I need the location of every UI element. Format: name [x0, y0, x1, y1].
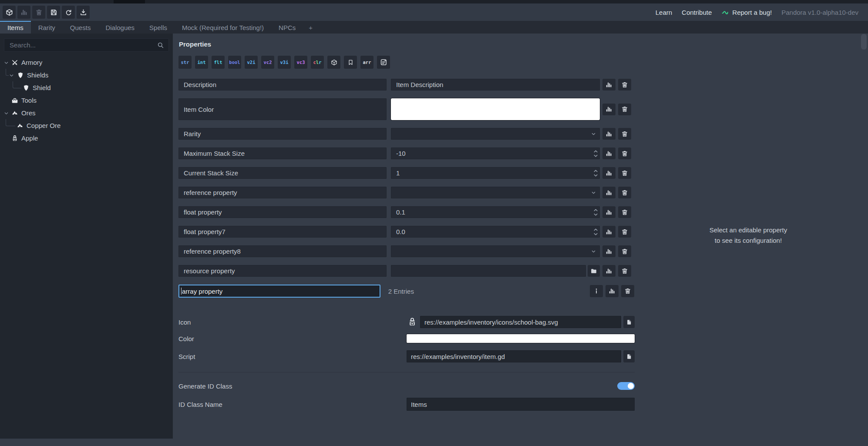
- property-value-spinbox[interactable]: 0.1: [391, 206, 600, 218]
- contribute-link[interactable]: Contribute: [682, 9, 712, 16]
- property-value-spinbox[interactable]: 0.0: [391, 226, 600, 238]
- delete-property-button[interactable]: [618, 128, 631, 140]
- property-stats-button[interactable]: [606, 285, 619, 297]
- add-int-property-button[interactable]: int: [195, 56, 208, 69]
- delete-property-button[interactable]: [618, 148, 631, 159]
- spinbox-arrows[interactable]: [593, 208, 598, 216]
- property-stats-button[interactable]: [602, 128, 616, 140]
- property-name-input[interactable]: array property: [178, 285, 380, 298]
- property-value-spinbox[interactable]: 1: [391, 167, 600, 179]
- add-v2i-property-button[interactable]: v2i: [245, 56, 258, 69]
- delete-property-button[interactable]: [621, 285, 634, 297]
- tab-quests[interactable]: Quests: [63, 21, 98, 34]
- property-stats-button[interactable]: [602, 187, 616, 198]
- property-name-input[interactable]: resource property: [178, 265, 387, 277]
- property-name-input[interactable]: reference property8: [178, 245, 387, 257]
- script-path-input[interactable]: res://examples/inventory/item.gd: [407, 350, 621, 362]
- chevron-down-icon[interactable]: [9, 73, 14, 78]
- search-input[interactable]: [9, 41, 157, 49]
- property-stats-button[interactable]: [602, 245, 616, 257]
- tab-items[interactable]: Items: [0, 21, 31, 34]
- property-stats-button[interactable]: [602, 148, 616, 159]
- entity-color-swatch[interactable]: [407, 334, 635, 343]
- property-value-input[interactable]: Item Description: [391, 79, 600, 91]
- pick-resource-button[interactable]: [588, 265, 600, 277]
- icon-file-picker-button[interactable]: [623, 316, 635, 328]
- import-button[interactable]: [77, 6, 90, 19]
- property-value-dropdown[interactable]: [391, 187, 600, 198]
- tab-spells[interactable]: Spells: [142, 21, 175, 34]
- delete-property-button[interactable]: [618, 187, 631, 198]
- tree-item-shield[interactable]: Shield: [0, 82, 173, 94]
- property-stats-button[interactable]: [602, 104, 616, 115]
- property-name-input[interactable]: reference property: [178, 187, 387, 198]
- property-value-dropdown[interactable]: [391, 128, 600, 140]
- property-value-dropdown[interactable]: [391, 245, 600, 257]
- tree-item-tools[interactable]: Tools: [0, 94, 173, 107]
- add-reference-type-property-button[interactable]: [327, 56, 340, 69]
- spinbox-arrows[interactable]: [593, 228, 598, 236]
- property-name-input[interactable]: Description: [178, 79, 387, 91]
- tree-item-shields[interactable]: Shields: [0, 69, 173, 82]
- save-button[interactable]: [47, 6, 60, 19]
- chevron-down-icon[interactable]: [3, 111, 9, 116]
- spinbox-arrows[interactable]: [593, 149, 598, 158]
- delete-button: [32, 6, 45, 19]
- property-stats-button[interactable]: [602, 226, 616, 238]
- property-value-input[interactable]: [391, 265, 586, 277]
- delete-property-button[interactable]: [618, 104, 631, 115]
- property-name-input[interactable]: Item Color: [178, 98, 387, 120]
- learn-link[interactable]: Learn: [656, 9, 672, 16]
- tab-rarity[interactable]: Rarity: [31, 21, 63, 34]
- property-name-input[interactable]: Maximum Stack Size: [178, 148, 387, 159]
- delete-property-button[interactable]: [618, 79, 631, 91]
- property-name-text: Rarity: [184, 130, 201, 137]
- tab-npcs[interactable]: NPCs: [271, 21, 303, 34]
- add-arr-property-button[interactable]: arr: [360, 56, 373, 69]
- pandora-logo-button[interactable]: [3, 6, 16, 19]
- icon-path-input[interactable]: res://examples/inventory/icons/school-ba…: [420, 316, 621, 328]
- delete-property-button[interactable]: [618, 226, 631, 238]
- delete-property-button[interactable]: [618, 245, 631, 257]
- add-collection-tab[interactable]: +: [303, 21, 318, 34]
- add-bool-property-button[interactable]: bool: [228, 56, 241, 69]
- vertical-scrollbar-thumb[interactable]: [861, 34, 867, 50]
- id-class-name-input[interactable]: Items: [407, 398, 635, 411]
- tree-item-armory[interactable]: Armory: [0, 57, 173, 69]
- delete-property-button[interactable]: [618, 206, 631, 218]
- delete-property-button[interactable]: [618, 167, 631, 179]
- add-v3i-property-button[interactable]: v3i: [278, 56, 291, 69]
- generate-id-toggle[interactable]: [617, 382, 635, 390]
- property-stats-button[interactable]: [602, 167, 616, 179]
- property-value-text: 0.0: [396, 228, 405, 235]
- property-stats-button[interactable]: [602, 79, 616, 91]
- script-file-picker-button[interactable]: [623, 350, 635, 362]
- add-str-property-button[interactable]: str: [178, 56, 192, 69]
- property-stats-button[interactable]: [602, 206, 616, 218]
- tree-item-copper-ore[interactable]: Copper Ore: [0, 120, 173, 132]
- tree-item-apple[interactable]: Apple: [0, 132, 173, 145]
- property-value-spinbox[interactable]: -10: [391, 148, 600, 159]
- add-flt-property-button[interactable]: flt: [212, 56, 225, 69]
- add-vc2-property-button[interactable]: vc2: [261, 56, 274, 69]
- tab-mock-required-for-testing[interactable]: Mock (Required for Testing!): [175, 21, 271, 34]
- property-name-input[interactable]: Current Stack Size: [178, 167, 387, 179]
- tree-item-ores[interactable]: Ores: [0, 107, 173, 120]
- spinbox-arrows[interactable]: [593, 169, 598, 177]
- property-name-input[interactable]: Rarity: [178, 128, 387, 140]
- array-info-button[interactable]: [590, 285, 603, 297]
- property-stats-button[interactable]: [602, 265, 616, 277]
- report-bug-link[interactable]: Report a bug!: [721, 9, 772, 16]
- reset-button[interactable]: [62, 6, 75, 19]
- bars-icon: [606, 81, 612, 88]
- property-name-input[interactable]: float property: [178, 206, 387, 218]
- add-resource-type-property-button[interactable]: [377, 56, 390, 69]
- tab-dialogues[interactable]: Dialogues: [98, 21, 142, 34]
- add-category-type-property-button[interactable]: [344, 56, 357, 69]
- delete-property-button[interactable]: [618, 265, 631, 277]
- chevron-down-icon[interactable]: [3, 60, 9, 66]
- property-name-input[interactable]: float property7: [178, 226, 387, 238]
- color-picker-swatch[interactable]: [391, 98, 600, 120]
- add-clr-property-button[interactable]: clr: [311, 56, 324, 69]
- add-vc3-property-button[interactable]: vc3: [294, 56, 307, 69]
